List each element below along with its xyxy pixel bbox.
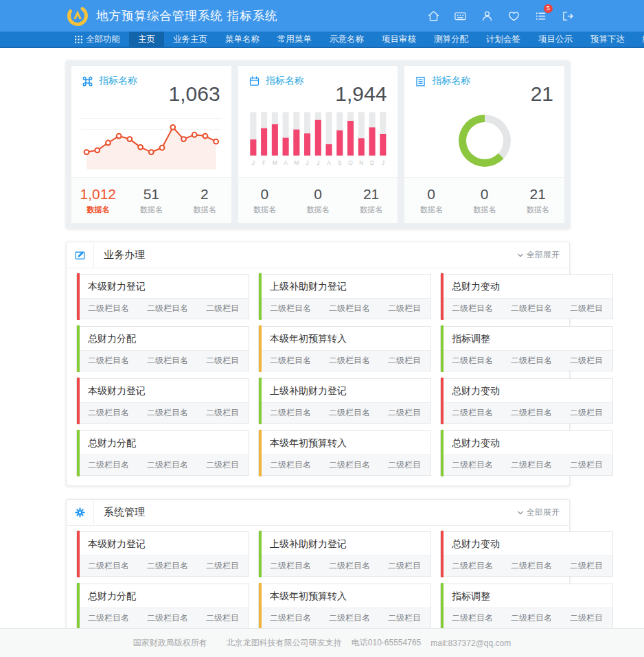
sublink[interactable]: 二级栏目 [388, 560, 421, 572]
menu-card-title[interactable]: 上级补助财力登记 [262, 532, 430, 555]
menu-card[interactable]: 本级年初预算转入 二级栏目名二级栏目名二级栏目 [258, 430, 431, 476]
sublink[interactable]: 二级栏目 [570, 459, 603, 471]
sublink[interactable]: 二级栏目 [388, 612, 421, 624]
nav-item-全部功能[interactable]: 全部功能 [66, 32, 129, 47]
sublink[interactable]: 二级栏目名 [88, 355, 129, 367]
menu-card-title[interactable]: 总财力分配 [80, 431, 249, 454]
nav-item-示意名称[interactable]: 示意名称 [321, 32, 373, 47]
nav-item-项目审核[interactable]: 项目审核 [373, 32, 425, 47]
sublink[interactable]: 二级栏目 [570, 560, 603, 572]
menu-card[interactable]: 总财力变动 二级栏目名二级栏目名二级栏目 [440, 378, 613, 424]
sublink[interactable]: 二级栏目名 [511, 612, 552, 624]
sublink[interactable]: 二级栏目名 [452, 407, 493, 419]
menu-card-title[interactable]: 总财力分配 [80, 327, 249, 350]
home-button[interactable] [425, 8, 441, 24]
sublink[interactable]: 二级栏目名 [329, 303, 370, 314]
sublink[interactable]: 二级栏目名 [511, 459, 552, 471]
sublink[interactable]: 二级栏目 [570, 303, 603, 314]
menu-card-title[interactable]: 本级财力登记 [80, 275, 249, 298]
nav-item-项目公示[interactable]: 项目公示 [529, 32, 582, 47]
sublink[interactable]: 二级栏目名 [88, 612, 129, 624]
sublink[interactable]: 二级栏目 [570, 407, 603, 419]
heart-button[interactable] [505, 8, 522, 24]
sublink[interactable]: 二级栏目名 [452, 303, 493, 314]
sublink[interactable]: 二级栏目名 [270, 560, 311, 572]
sublink[interactable]: 二级栏目名 [270, 459, 311, 471]
sublink[interactable]: 二级栏目名 [329, 560, 370, 572]
sublink[interactable]: 二级栏目 [206, 459, 239, 471]
menu-card[interactable]: 上级补助财力登记 二级栏目名二级栏目名二级栏目 [258, 531, 431, 577]
sublink[interactable]: 二级栏目名 [329, 459, 370, 471]
sublink[interactable]: 二级栏目名 [452, 355, 493, 367]
sublink[interactable]: 二级栏目 [206, 560, 239, 572]
menu-card[interactable]: 总财力分配 二级栏目名二级栏目名二级栏目 [76, 430, 249, 476]
sublink[interactable]: 二级栏目名 [270, 612, 311, 624]
menu-card-title[interactable]: 总财力变动 [444, 532, 612, 555]
menu-card-title[interactable]: 总财力变动 [444, 379, 612, 402]
sublink[interactable]: 二级栏目名 [452, 612, 493, 624]
menu-card-title[interactable]: 指标调整 [444, 584, 612, 608]
sublink[interactable]: 二级栏目 [206, 612, 239, 624]
nav-item-预算下达[interactable]: 预算下达 [582, 32, 634, 47]
menu-card-title[interactable]: 指标调整 [444, 327, 612, 350]
sublink[interactable]: 二级栏目名 [329, 355, 370, 367]
menu-card-title[interactable]: 本级年初预算转入 [262, 431, 430, 454]
nav-item-计划会签[interactable]: 计划会签 [477, 32, 529, 47]
sublink[interactable]: 二级栏目 [206, 355, 239, 367]
sublink[interactable]: 二级栏目名 [511, 355, 552, 367]
menu-card-title[interactable]: 总财力分配 [80, 584, 249, 608]
sublink[interactable]: 二级栏目名 [88, 560, 129, 572]
sublink[interactable]: 二级栏目名 [452, 560, 493, 572]
sublink[interactable]: 二级栏目名 [147, 355, 188, 367]
menu-card[interactable]: 总财力变动 二级栏目名二级栏目名二级栏目 [440, 430, 613, 476]
menu-card-title[interactable]: 总财力变动 [444, 275, 612, 298]
sublink[interactable]: 二级栏目 [388, 355, 421, 367]
sublink[interactable]: 二级栏目名 [511, 303, 552, 314]
sublink[interactable]: 二级栏目名 [329, 612, 370, 624]
sublink[interactable]: 二级栏目 [388, 407, 421, 419]
menu-card-title[interactable]: 总财力变动 [444, 431, 612, 454]
sublink[interactable]: 二级栏目 [388, 303, 421, 314]
nav-item-业务主页[interactable]: 业务主页 [164, 32, 216, 47]
nav-item-常用菜单[interactable]: 常用菜单 [268, 32, 321, 47]
sublink[interactable]: 二级栏目 [206, 303, 239, 314]
sublink[interactable]: 二级栏目名 [511, 560, 552, 572]
menu-card-title[interactable]: 本级财力登记 [80, 532, 249, 555]
sublink[interactable]: 二级栏目名 [88, 303, 129, 314]
menu-card[interactable]: 本级财力登记 二级栏目名二级栏目名二级栏目 [76, 378, 249, 424]
menu-card[interactable]: 上级补助财力登记 二级栏目名二级栏目名二级栏目 [258, 274, 431, 319]
nav-item-纳入预算[interactable]: 纳入预算 [634, 32, 644, 47]
logout-button[interactable] [559, 8, 575, 24]
user-button[interactable] [479, 8, 495, 24]
sublink[interactable]: 二级栏目名 [147, 407, 188, 419]
menu-card[interactable]: 指标调整 二级栏目名二级栏目名二级栏目 [440, 584, 613, 629]
menu-card-title[interactable]: 本级年初预算转入 [262, 584, 430, 608]
sublink[interactable]: 二级栏目 [388, 459, 421, 471]
expand-all-button[interactable]: 全部展开 [517, 507, 560, 518]
sublink[interactable]: 二级栏目名 [511, 407, 552, 419]
menu-card-title[interactable]: 上级补助财力登记 [262, 275, 430, 298]
menu-card[interactable]: 指标调整 二级栏目名二级栏目名二级栏目 [440, 326, 613, 371]
sublink[interactable]: 二级栏目名 [147, 612, 188, 624]
menu-card[interactable]: 本级财力登记 二级栏目名二级栏目名二级栏目 [76, 531, 249, 577]
menu-card[interactable]: 本级年初预算转入 二级栏目名二级栏目名二级栏目 [258, 584, 431, 629]
sublink[interactable]: 二级栏目 [570, 355, 603, 367]
menu-button[interactable]: 5 [532, 8, 549, 24]
sublink[interactable]: 二级栏目名 [270, 303, 311, 314]
sublink[interactable]: 二级栏目名 [270, 355, 311, 367]
sublink[interactable]: 二级栏目名 [88, 407, 129, 419]
sublink[interactable]: 二级栏目名 [452, 459, 493, 471]
sublink[interactable]: 二级栏目 [570, 612, 603, 624]
menu-card-title[interactable]: 本级年初预算转入 [262, 327, 430, 350]
menu-card[interactable]: 本级财力登记 二级栏目名二级栏目名二级栏目 [76, 274, 249, 319]
sublink[interactable]: 二级栏目名 [270, 407, 311, 419]
nav-item-主页[interactable]: 主页 [129, 32, 164, 47]
menu-card[interactable]: 总财力分配 二级栏目名二级栏目名二级栏目 [76, 584, 249, 629]
keyboard-button[interactable] [452, 8, 468, 24]
sublink[interactable]: 二级栏目名 [147, 459, 188, 471]
menu-card[interactable]: 总财力变动 二级栏目名二级栏目名二级栏目 [440, 531, 613, 577]
sublink[interactable]: 二级栏目 [206, 407, 239, 419]
menu-card[interactable]: 总财力分配 二级栏目名二级栏目名二级栏目 [76, 326, 249, 371]
menu-card[interactable]: 上级补助财力登记 二级栏目名二级栏目名二级栏目 [258, 378, 431, 424]
menu-card[interactable]: 本级年初预算转入 二级栏目名二级栏目名二级栏目 [258, 326, 431, 371]
